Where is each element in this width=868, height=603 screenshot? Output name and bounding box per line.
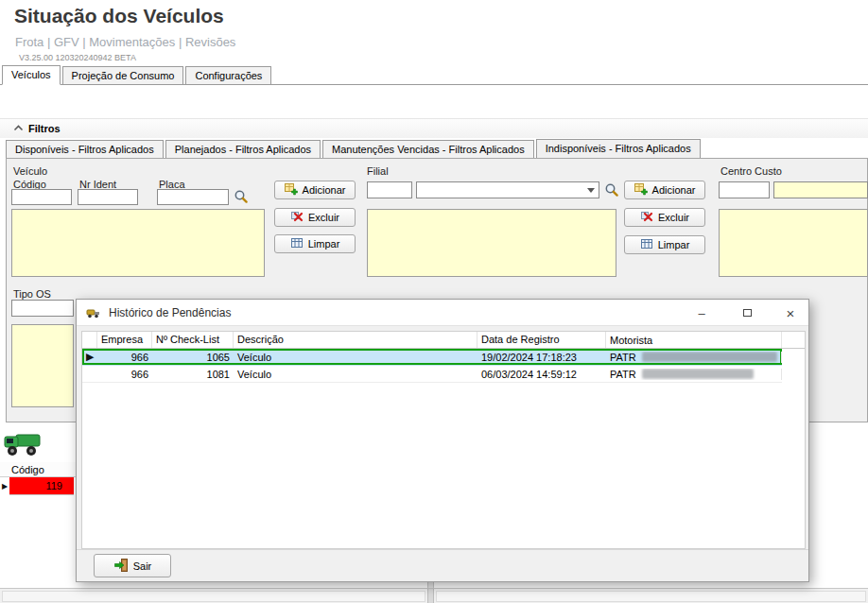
clear-grid-icon	[640, 237, 653, 252]
dialog-footer	[77, 549, 808, 581]
redaction-blur	[642, 352, 777, 362]
grid-header-row: Empresa Nº Check-List Descrição Data de …	[82, 332, 805, 349]
header-filler	[782, 332, 805, 348]
search-icon[interactable]	[604, 182, 619, 199]
row-selector-icon: ▶	[82, 351, 97, 363]
veiculo-limpar-button[interactable]: Limpar	[274, 234, 356, 253]
descricao-cell: Veículo	[234, 352, 477, 363]
clear-grid-icon	[290, 236, 304, 251]
motorista-cell: PATR	[606, 352, 782, 363]
veiculo-adicionar-label: Adicionar	[303, 184, 346, 196]
truck-image	[4, 427, 42, 461]
tab-disponiveis-filtros[interactable]: Disponíveis - Filtros Aplicados	[6, 140, 164, 158]
indicator-column-header	[82, 332, 97, 348]
filial-adicionar-label: Adicionar	[652, 184, 696, 196]
table-row[interactable]: 966 1081 Veículo 06/03/2024 14:59:12 PAT…	[82, 366, 782, 383]
tipo-os-group-label: Tipo OS	[13, 288, 51, 300]
data-registro-cell: 19/02/2024 17:18:23	[477, 352, 606, 363]
dialog-vehicle-icon	[86, 305, 101, 320]
veiculo-excluir-label: Excluir	[308, 212, 339, 223]
pendencias-grid[interactable]: Empresa Nº Check-List Descrição Data de …	[81, 331, 806, 549]
historico-pendencias-dialog: Histórico de Pendências – × Empresa Nº C…	[76, 299, 809, 582]
row-selector-icon: ▶	[2, 482, 8, 491]
centro-custo-group-label: Centro Custo	[720, 165, 782, 177]
delete-icon	[290, 210, 304, 225]
add-icon	[285, 182, 298, 198]
filter-tab-bar: Disponíveis - Filtros Aplicados Planejad…	[6, 139, 868, 159]
filters-collapse-header[interactable]: Filtros	[0, 118, 868, 138]
check-list-cell: 1065	[152, 352, 234, 363]
chevron-down-icon[interactable]	[585, 185, 597, 195]
filial-limpar-button[interactable]: Limpar	[624, 235, 705, 254]
tab-indisponiveis-filtros[interactable]: Indisponíveis - Filtros Aplicados	[536, 139, 701, 159]
exit-door-icon	[113, 558, 129, 575]
empresa-column-header[interactable]: Empresa	[97, 332, 152, 348]
motorista-value: PATR	[610, 369, 636, 380]
tab-veiculos[interactable]: Veículos	[2, 65, 61, 85]
vehicle-codigo-cell[interactable]: 119	[9, 477, 74, 495]
tab-manutencoes-vencidas-filtros[interactable]: Manutenções Vencidas - Filtros Aplicados	[322, 140, 534, 158]
veiculo-excluir-button[interactable]: Excluir	[274, 208, 356, 227]
veiculo-limpar-label: Limpar	[308, 238, 340, 250]
empresa-cell: 966	[97, 369, 152, 380]
vehicle-codigo-value: 119	[45, 480, 62, 491]
codigo-column-header: Código	[11, 464, 44, 475]
tab-planejados-filtros[interactable]: Planejados - Filtros Aplicados	[165, 140, 321, 158]
empresa-cell: 966	[97, 352, 152, 363]
veiculo-group-label: Veículo	[13, 165, 47, 177]
tab-projecao-de-consumo[interactable]: Projeção de Consumo	[62, 66, 184, 84]
veiculo-adicionar-button[interactable]: Adicionar	[274, 181, 356, 199]
close-icon[interactable]: ×	[780, 303, 801, 322]
filial-excluir-button[interactable]: Excluir	[624, 208, 705, 227]
centro-custo-descricao-field[interactable]	[773, 181, 868, 198]
check-list-cell: 1081	[152, 369, 234, 380]
filial-limpar-label: Limpar	[658, 239, 690, 250]
chevron-up-icon[interactable]	[13, 123, 24, 134]
version-label: V3.25.00 120320240942 BETA	[19, 53, 136, 62]
motorista-column-header[interactable]: Motorista	[606, 332, 782, 348]
bottom-scrollbar-area	[0, 588, 868, 603]
veiculo-codigo-input[interactable]	[11, 189, 72, 205]
left-horizontal-scrollbar[interactable]	[2, 591, 425, 602]
filial-codigo-input[interactable]	[367, 181, 412, 198]
add-icon	[634, 182, 648, 198]
motorista-value: PATR	[610, 352, 636, 363]
dialog-titlebar[interactable]: Histórico de Pendências – ×	[77, 300, 808, 326]
veiculo-placa-input[interactable]	[157, 189, 229, 205]
filial-filter-list[interactable]	[367, 209, 616, 277]
filial-combobox[interactable]	[416, 181, 599, 198]
tipo-os-input[interactable]	[11, 300, 74, 317]
veiculo-filter-list[interactable]	[11, 209, 265, 277]
minimize-icon[interactable]: –	[691, 303, 712, 322]
page-title: Situação dos Veículos	[14, 5, 224, 27]
veiculo-nr-ident-input[interactable]	[78, 189, 138, 205]
motorista-cell: PATR	[606, 369, 782, 380]
filial-group-label: Filial	[367, 165, 389, 177]
breadcrumb: Frota | GFV | Movimentações | Revisões	[15, 35, 235, 49]
data-registro-cell: 06/03/2024 14:59:12	[477, 369, 606, 380]
filial-adicionar-button[interactable]: Adicionar	[624, 181, 705, 199]
filial-excluir-label: Excluir	[658, 212, 689, 223]
tipo-os-filter-list[interactable]	[11, 324, 74, 407]
dialog-title: Histórico de Pendências	[109, 306, 231, 319]
filters-title: Filtros	[28, 123, 61, 134]
centro-custo-codigo-input[interactable]	[719, 181, 770, 198]
check-list-column-header[interactable]: Nº Check-List	[152, 332, 234, 348]
table-row[interactable]: ▶ 966 1065 Veículo 19/02/2024 17:18:23 P…	[82, 349, 782, 366]
sair-label: Sair	[133, 560, 152, 572]
descricao-cell: Veículo	[234, 369, 477, 380]
data-registro-column-header[interactable]: Data de Registro	[477, 332, 606, 348]
search-icon[interactable]	[234, 189, 249, 206]
scrollbar-divider	[427, 589, 434, 603]
right-horizontal-scrollbar[interactable]	[436, 591, 866, 602]
delete-icon	[640, 210, 653, 225]
sair-button[interactable]: Sair	[94, 554, 171, 577]
redaction-blur	[642, 369, 754, 379]
app-window: Situação dos Veículos Frota | GFV | Movi…	[0, 0, 868, 603]
maximize-icon[interactable]	[737, 303, 757, 322]
main-tab-bar: Veículos Projeção de Consumo Configuraçõ…	[0, 65, 868, 85]
centro-custo-filter-list[interactable]	[719, 209, 868, 277]
tab-configuracoes[interactable]: Configurações	[185, 66, 271, 84]
descricao-column-header[interactable]: Descrição	[234, 332, 477, 348]
